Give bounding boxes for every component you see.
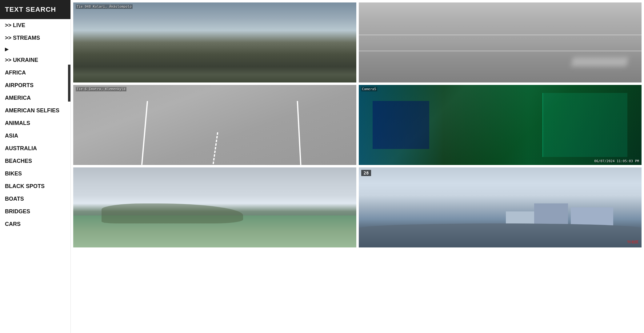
sidebar-item-american-selfies[interactable]: AMERICAN SELFIES <box>0 104 70 117</box>
camera-feed-3: Tie 6 Imatra, Klemenkylä <box>73 85 356 165</box>
video-grid: Tie 948 Kolari, Äkäslompolo Tie 6 Imatra… <box>71 0 644 250</box>
sidebar-item-beaches[interactable]: BEACHES <box>0 155 70 167</box>
sidebar: TEXT SEARCH >> LIVE >> STREAMS ▶ >> UKRA… <box>0 0 71 333</box>
cam28-badge: 28 <box>361 170 371 176</box>
main-content: Tie 948 Kolari, Äkäslompolo Tie 6 Imatra… <box>71 0 644 333</box>
sidebar-item-asia[interactable]: ASIA <box>0 130 70 142</box>
camera-cell-1[interactable]: Tie 948 Kolari, Äkäslompolo <box>73 2 356 82</box>
camera-feed-1: Tie 948 Kolari, Äkäslompolo <box>73 2 356 82</box>
sidebar-item-america[interactable]: AMERICA <box>0 92 70 104</box>
rack-right <box>542 93 627 157</box>
sidebar-item-animals[interactable]: ANIMALS <box>0 117 70 130</box>
center-line <box>213 132 229 165</box>
sidebar-item-bikes[interactable]: BIKES <box>0 167 70 180</box>
road-area <box>359 223 642 247</box>
camera-label-3: Tie 6 Imatra, Klemenkylä <box>76 87 126 91</box>
camera-cell-5[interactable] <box>73 167 356 247</box>
camera-label-1: Tie 948 Kolari, Äkäslompolo <box>76 4 133 9</box>
sidebar-item-bridges[interactable]: BRIDGES <box>0 205 70 218</box>
road-line-right <box>297 101 301 165</box>
watermark: TC社区 <box>627 240 638 244</box>
road-overlay <box>359 2 642 82</box>
camera-cell-3[interactable]: Tie 6 Imatra, Klemenkylä <box>73 85 356 165</box>
sidebar-item-australia[interactable]: AUSTRALIA <box>0 142 70 155</box>
sidebar-item-streams[interactable]: >> STREAMS <box>0 32 70 44</box>
sidebar-item-black-spots[interactable]: BLACK SPOTS <box>0 180 70 193</box>
camera-cell-6[interactable]: 28 TC社区 <box>359 167 642 247</box>
camera-label-4: Camera5 <box>361 87 377 91</box>
sidebar-item-airports[interactable]: AIRPORTS <box>0 79 70 92</box>
road-line-left <box>141 101 148 165</box>
rack-left <box>373 101 429 149</box>
camera-feed-2 <box>359 2 642 82</box>
camera-feed-6: 28 TC社区 <box>359 167 642 247</box>
sidebar-item-ukraine[interactable]: >> UKRAINE <box>0 54 70 66</box>
sidebar-item-live[interactable]: >> LIVE <box>0 19 70 32</box>
sidebar-item-africa[interactable]: AFRICA <box>0 66 70 79</box>
camera-timestamp-4: 06/07/2024 11:05:03 PM <box>594 159 639 163</box>
scrollbar-thumb[interactable] <box>68 65 70 102</box>
land-mass <box>102 203 243 223</box>
camera-cell-2[interactable] <box>359 2 642 82</box>
camera-cell-4[interactable]: Camera5 06/07/2024 11:05:03 PM <box>359 85 642 165</box>
camera-feed-5 <box>73 167 356 247</box>
sidebar-item-cars[interactable]: CARS <box>0 218 70 231</box>
sidebar-item-arrow[interactable]: ▶ <box>0 44 70 54</box>
text-search-button[interactable]: TEXT SEARCH <box>0 0 70 19</box>
sidebar-item-boats[interactable]: BOATS <box>0 193 70 205</box>
camera-feed-4: Camera5 06/07/2024 11:05:03 PM <box>359 85 642 165</box>
